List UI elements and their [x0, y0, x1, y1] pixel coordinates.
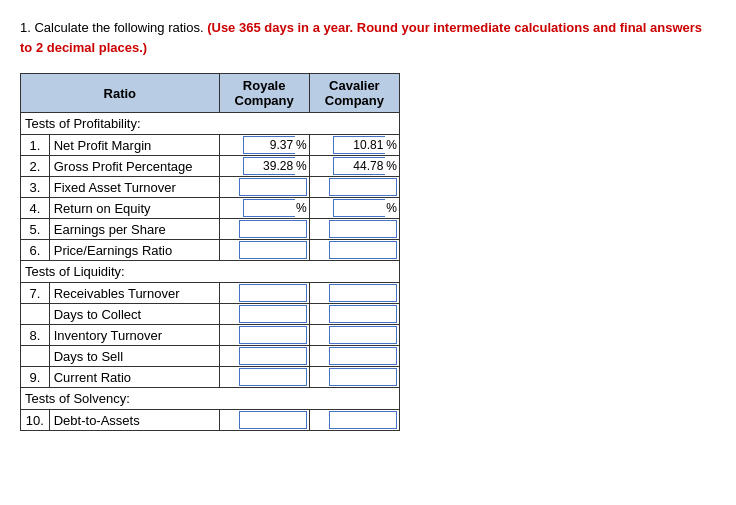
row-number: 9. [21, 367, 50, 388]
table-row: 1.Net Profit Margin % % [21, 135, 400, 156]
row-number [21, 304, 50, 325]
section-header-row: Tests of Profitability: [21, 113, 400, 135]
row-label: Net Profit Margin [49, 135, 219, 156]
row-label: Receivables Turnover [49, 283, 219, 304]
row-label: Price/Earnings Ratio [49, 240, 219, 261]
royale-input[interactable] [239, 347, 307, 365]
royale-cell[interactable]: % [219, 135, 309, 156]
row-number: 6. [21, 240, 50, 261]
royale-cell[interactable] [219, 283, 309, 304]
royale-input[interactable] [243, 199, 295, 217]
cavalier-input[interactable] [329, 178, 397, 196]
cavalier-pct-label: % [385, 159, 397, 173]
cavalier-input[interactable] [333, 199, 385, 217]
table-row: 7.Receivables Turnover [21, 283, 400, 304]
table-row: Days to Collect [21, 304, 400, 325]
royale-header: Royale Company [219, 74, 309, 113]
royale-input[interactable] [243, 157, 295, 175]
royale-cell[interactable]: % [219, 198, 309, 219]
cavalier-cell[interactable] [309, 410, 399, 431]
row-number: 10. [21, 410, 50, 431]
ratios-table: Ratio Royale Company Cavalier Company Te… [20, 73, 400, 431]
cavalier-cell[interactable] [309, 177, 399, 198]
cavalier-cell[interactable] [309, 240, 399, 261]
royale-cell[interactable]: % [219, 156, 309, 177]
cavalier-cell[interactable] [309, 367, 399, 388]
row-number [21, 346, 50, 367]
table-container: Ratio Royale Company Cavalier Company Te… [20, 73, 716, 431]
royale-cell[interactable] [219, 367, 309, 388]
cavalier-pct-label: % [385, 138, 397, 152]
table-row: 4.Return on Equity % % [21, 198, 400, 219]
cavalier-input[interactable] [329, 347, 397, 365]
instruction-text: Calculate the following ratios. [34, 20, 207, 35]
cavalier-cell[interactable]: % [309, 198, 399, 219]
cavalier-input[interactable] [329, 368, 397, 386]
row-number: 4. [21, 198, 50, 219]
instructions: 1. Calculate the following ratios. (Use … [20, 18, 716, 57]
row-number: 8. [21, 325, 50, 346]
royale-input[interactable] [239, 305, 307, 323]
row-number: 5. [21, 219, 50, 240]
royale-input[interactable] [239, 178, 307, 196]
cavalier-cell[interactable] [309, 325, 399, 346]
cavalier-input[interactable] [333, 157, 385, 175]
table-row: 6.Price/Earnings Ratio [21, 240, 400, 261]
cavalier-cell[interactable] [309, 219, 399, 240]
royale-cell[interactable] [219, 304, 309, 325]
table-row: 8.Inventory Turnover [21, 325, 400, 346]
royale-input[interactable] [239, 241, 307, 259]
royale-cell[interactable] [219, 177, 309, 198]
table-row: Days to Sell [21, 346, 400, 367]
section-title: Tests of Solvency: [21, 388, 400, 410]
cavalier-cell[interactable]: % [309, 156, 399, 177]
cavalier-cell[interactable]: % [309, 135, 399, 156]
row-label: Earnings per Share [49, 219, 219, 240]
section-header-row: Tests of Liquidity: [21, 261, 400, 283]
row-label: Fixed Asset Turnover [49, 177, 219, 198]
cavalier-input[interactable] [329, 305, 397, 323]
royale-input[interactable] [243, 136, 295, 154]
cavalier-input[interactable] [329, 326, 397, 344]
row-number: 3. [21, 177, 50, 198]
cavalier-header: Cavalier Company [309, 74, 399, 113]
royale-cell[interactable] [219, 325, 309, 346]
cavalier-input[interactable] [333, 136, 385, 154]
table-row: 9.Current Ratio [21, 367, 400, 388]
instruction-number: 1. [20, 20, 31, 35]
cavalier-cell[interactable] [309, 304, 399, 325]
royale-pct-label: % [295, 138, 307, 152]
table-row: 5.Earnings per Share [21, 219, 400, 240]
royale-cell[interactable] [219, 410, 309, 431]
row-label: Days to Collect [49, 304, 219, 325]
row-number: 1. [21, 135, 50, 156]
cavalier-cell[interactable] [309, 346, 399, 367]
royale-pct-label: % [295, 159, 307, 173]
cavalier-cell[interactable] [309, 283, 399, 304]
table-row: 3.Fixed Asset Turnover [21, 177, 400, 198]
royale-cell[interactable] [219, 346, 309, 367]
row-number: 7. [21, 283, 50, 304]
royale-input[interactable] [239, 284, 307, 302]
table-row: 2.Gross Profit Percentage % % [21, 156, 400, 177]
royale-input[interactable] [239, 368, 307, 386]
row-number: 2. [21, 156, 50, 177]
row-label: Current Ratio [49, 367, 219, 388]
royale-cell[interactable] [219, 240, 309, 261]
royale-input[interactable] [239, 326, 307, 344]
cavalier-input[interactable] [329, 220, 397, 238]
royale-input[interactable] [239, 220, 307, 238]
section-header-row: Tests of Solvency: [21, 388, 400, 410]
royale-input[interactable] [239, 411, 307, 429]
row-label: Debt-to-Assets [49, 410, 219, 431]
ratio-header: Ratio [21, 74, 220, 113]
row-label: Return on Equity [49, 198, 219, 219]
cavalier-input[interactable] [329, 411, 397, 429]
cavalier-input[interactable] [329, 284, 397, 302]
table-row: 10.Debt-to-Assets [21, 410, 400, 431]
cavalier-input[interactable] [329, 241, 397, 259]
section-title: Tests of Liquidity: [21, 261, 400, 283]
cavalier-pct-label: % [385, 201, 397, 215]
section-title: Tests of Profitability: [21, 113, 400, 135]
royale-cell[interactable] [219, 219, 309, 240]
